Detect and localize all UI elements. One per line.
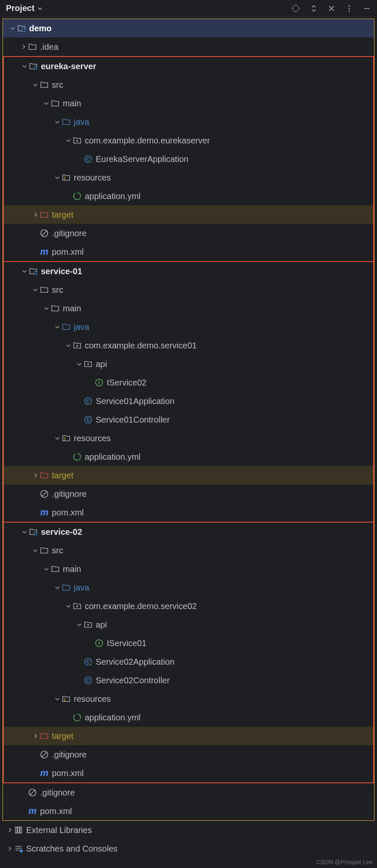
gitignore-icon (40, 229, 49, 238)
folder-label: resources (74, 173, 111, 183)
chevron-down-icon (65, 342, 71, 348)
svg-point-52 (20, 849, 23, 852)
tree-item[interactable]: C Service01Controller (4, 410, 373, 429)
folder-label: java (74, 322, 89, 332)
close-icon[interactable] (327, 4, 336, 13)
tree-item[interactable]: m pom.xml (4, 243, 373, 261)
folder-label: target (52, 731, 73, 741)
class-label: Service01Application (96, 396, 175, 406)
file-label: pom.xml (52, 508, 84, 518)
tree-item[interactable]: C Service02Application (4, 652, 373, 671)
svg-point-6 (349, 8, 350, 9)
package-icon (73, 136, 82, 145)
tree-item[interactable]: com.example.demo.service01 (4, 336, 373, 355)
tree-item[interactable]: eureka-server (4, 57, 373, 75)
tree-item[interactable]: I IService02 (4, 373, 373, 392)
tree-item[interactable]: I IService01 (4, 634, 373, 652)
tree-item[interactable]: src (4, 280, 373, 299)
tree-item[interactable]: service-01 (4, 262, 373, 280)
tree-item[interactable]: .gitignore (4, 745, 373, 764)
tree-root[interactable]: demo (3, 19, 374, 38)
tree-item[interactable]: main (4, 299, 373, 318)
svg-point-0 (293, 5, 299, 11)
package-icon (73, 341, 82, 350)
folder-label: java (74, 117, 89, 127)
tree-item[interactable]: application.yml (4, 708, 373, 727)
tree-item[interactable]: target (4, 466, 373, 485)
tree-item[interactable]: java (4, 113, 373, 131)
tree-item[interactable]: com.example.demo.service02 (4, 597, 373, 615)
chevron-down-icon (54, 324, 60, 330)
tree-item[interactable]: .gitignore (4, 224, 373, 243)
tree-item[interactable]: com.example.demo.eurekaserver (4, 131, 373, 150)
tree-item-external-libraries[interactable]: External Libraries (0, 821, 377, 839)
tree-item[interactable]: service-02 (4, 523, 373, 541)
maven-icon: m (40, 246, 48, 257)
tree-item[interactable]: application.yml (4, 447, 373, 466)
tree-item[interactable]: C Service01Application (4, 392, 373, 410)
tree-item[interactable]: m pom.xml (4, 764, 373, 782)
project-tree: demo .idea eureka-server src main java (0, 17, 377, 858)
class-icon: C (83, 415, 93, 424)
tree-item[interactable]: application.yml (4, 187, 373, 205)
tree-item[interactable]: resources (4, 168, 373, 187)
tree-item[interactable]: m pom.xml (3, 802, 374, 820)
svg-rect-47 (18, 827, 19, 833)
tree-item[interactable]: .idea (3, 38, 374, 56)
tree-item[interactable]: api (4, 615, 373, 634)
class-run-icon: C (83, 657, 93, 666)
tree-item[interactable]: target (4, 727, 373, 745)
expand-collapse-icon[interactable] (310, 4, 318, 13)
minimize-icon[interactable] (363, 4, 371, 13)
chevron-down-icon (54, 119, 60, 125)
label: Scratches and Consoles (26, 844, 118, 854)
tree-item-scratches[interactable]: Scratches and Consoles (0, 839, 377, 858)
maven-icon: m (28, 806, 37, 817)
tree-item[interactable]: src (4, 541, 373, 560)
folder-label: main (63, 99, 81, 108)
file-label: application.yml (85, 452, 140, 462)
chevron-right-icon (32, 472, 38, 478)
file-label: pom.xml (52, 247, 84, 257)
package-label: api (96, 620, 107, 630)
tree-item[interactable]: target (4, 205, 373, 224)
chevron-down-icon (43, 305, 49, 311)
tree-item[interactable]: .gitignore (4, 485, 373, 503)
folder-label: target (52, 471, 73, 480)
tree-item[interactable]: resources (4, 429, 373, 447)
target-icon[interactable] (291, 4, 300, 13)
interface-label: IService01 (107, 639, 147, 648)
tree-item[interactable]: api (4, 355, 373, 373)
svg-text:C: C (86, 678, 90, 683)
class-label: Service02Application (96, 657, 175, 667)
module-box: eureka-server src main java com.example.… (3, 56, 374, 262)
project-dropdown[interactable]: Project (6, 3, 43, 13)
tree-item[interactable]: resources (4, 690, 373, 708)
module-folder-icon (17, 24, 26, 33)
class-label: Service02Controller (96, 676, 170, 685)
svg-line-17 (42, 231, 47, 236)
source-folder-icon (62, 583, 71, 592)
tree-item[interactable]: m pom.xml (4, 503, 373, 522)
chevron-right-icon (21, 44, 27, 50)
tree-item[interactable]: java (4, 578, 373, 597)
chevron-down-icon (65, 603, 71, 609)
chevron-down-icon (65, 137, 71, 143)
tree-item[interactable]: main (4, 94, 373, 113)
svg-rect-31 (34, 532, 37, 535)
folder-icon (40, 546, 49, 555)
tree-item[interactable]: .gitignore (3, 783, 374, 802)
scratches-icon (14, 844, 23, 853)
tree-item[interactable]: java (4, 318, 373, 336)
tree-item[interactable]: C Service02Controller (4, 671, 373, 690)
tree-item[interactable]: main (4, 560, 373, 578)
svg-text:I: I (98, 380, 100, 385)
tree-item[interactable]: C EurekaServerApplication (4, 150, 373, 168)
watermark: CSDN @Prosper Lee (316, 859, 373, 865)
more-icon[interactable] (345, 4, 353, 13)
chevron-down-icon (54, 585, 60, 590)
tree-item[interactable]: src (4, 75, 373, 94)
folder-label: resources (74, 434, 111, 443)
class-run-icon: C (83, 154, 93, 164)
gitignore-icon (40, 489, 49, 499)
